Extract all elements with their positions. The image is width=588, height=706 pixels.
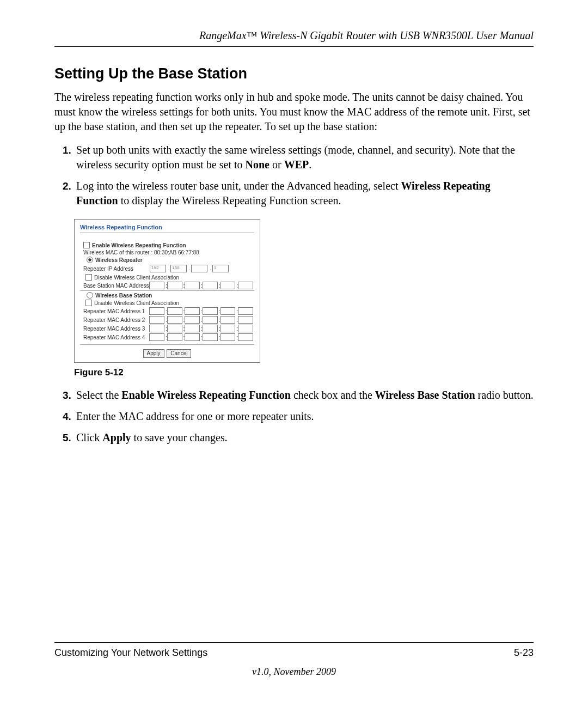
repeater-mac-3-label: Repeater MAC Address 3: [83, 326, 149, 332]
disable-assoc-label-2: Disable Wireless Client Association: [94, 300, 254, 306]
step-3-d: radio button.: [475, 389, 534, 401]
step-5-b: Apply: [102, 431, 131, 443]
step-5-a: Click: [76, 431, 102, 443]
ip-octet-2[interactable]: 168: [170, 265, 187, 272]
mac-box[interactable]: [220, 325, 236, 332]
repeater-mac-1-label: Repeater MAC Address 1: [83, 308, 149, 314]
figure-caption: Figure 5-12: [74, 367, 534, 378]
panel-title: Wireless Repeating Function: [80, 224, 254, 233]
mac-box[interactable]: [203, 333, 218, 341]
wireless-base-station-label: Wireless Base Station: [95, 293, 254, 299]
mac-box[interactable]: [238, 307, 253, 315]
mac-box[interactable]: [203, 282, 218, 289]
mac-box[interactable]: [238, 325, 253, 332]
mac-box[interactable]: [149, 316, 164, 324]
mac-box[interactable]: [149, 333, 164, 341]
mac-box[interactable]: [149, 282, 164, 289]
router-mac-info: Wireless MAC of this router : 00:30:AB 6…: [83, 249, 254, 255]
base-mac-label: Base Station MAC Address: [83, 283, 149, 289]
mac-box[interactable]: [167, 316, 182, 324]
intro-paragraph: The wireless repeating function works on…: [54, 90, 534, 134]
mac-box[interactable]: [220, 307, 236, 315]
step-1-end: .: [309, 159, 311, 171]
cancel-button[interactable]: Cancel: [167, 349, 191, 358]
step-5-c: to save your changes.: [131, 431, 228, 443]
mac-box[interactable]: [203, 307, 218, 315]
step-2-end: to display the Wireless Repeating Functi…: [118, 194, 341, 206]
mac-box[interactable]: [185, 333, 200, 341]
disable-assoc-checkbox-1[interactable]: [85, 274, 92, 281]
step-3-b2: Wireless Base Station: [375, 389, 475, 401]
step-1-bold-none: None: [246, 159, 270, 171]
ip-octet-3[interactable]: [191, 265, 207, 272]
mac-box[interactable]: [238, 316, 253, 324]
step-3-b1: Enable Wireless Repeating Function: [121, 389, 291, 401]
step-5: Click Apply to save your changes.: [74, 430, 534, 445]
mac-box[interactable]: [203, 325, 218, 332]
step-3-a: Select the: [76, 389, 121, 401]
disable-assoc-checkbox-2[interactable]: [85, 300, 92, 306]
wireless-base-station-radio[interactable]: [87, 292, 93, 299]
repeater-mac-2-label: Repeater MAC Address 2: [83, 317, 149, 323]
doc-header: RangeMax™ Wireless-N Gigabit Router with…: [54, 26, 534, 47]
mac-box[interactable]: [238, 333, 253, 341]
enable-repeating-checkbox[interactable]: [83, 242, 90, 248]
apply-button[interactable]: Apply: [143, 349, 164, 358]
mac-box[interactable]: [185, 307, 200, 315]
section-title: Setting Up the Base Station: [54, 65, 534, 82]
mac-box[interactable]: [167, 282, 182, 289]
wireless-repeater-radio[interactable]: [87, 257, 93, 263]
mac-box[interactable]: [167, 325, 182, 332]
footer-left: Customizing Your Network Settings: [54, 647, 207, 659]
repeater-mac-4-label: Repeater MAC Address 4: [83, 334, 149, 340]
steps-list: Set up both units with exactly the same …: [54, 143, 534, 208]
disable-assoc-label-1: Disable Wireless Client Association: [94, 275, 254, 281]
mac-box[interactable]: [185, 282, 200, 289]
step-4: Enter the MAC address for one or more re…: [74, 409, 534, 424]
step-3-c: check box and the: [291, 389, 375, 401]
repeater-ip-label: Repeater IP Address: [83, 266, 150, 272]
step-2-text: Log into the wireless router base unit, …: [76, 180, 401, 192]
mac-box[interactable]: [185, 325, 200, 332]
footer-version: v1.0, November 2009: [54, 666, 534, 678]
mac-box[interactable]: [238, 282, 253, 289]
mac-box[interactable]: [220, 316, 236, 324]
step-1-bold-wep: WEP: [284, 159, 309, 171]
mac-box[interactable]: [203, 316, 218, 324]
figure-5-12: Wireless Repeating Function Enable Wirel…: [74, 219, 534, 363]
mac-box[interactable]: [167, 307, 182, 315]
step-1: Set up both units with exactly the same …: [74, 143, 534, 172]
mac-box[interactable]: [149, 325, 164, 332]
mac-box[interactable]: [167, 333, 182, 341]
step-2: Log into the wireless router base unit, …: [74, 179, 534, 208]
ip-octet-1[interactable]: 192: [150, 265, 166, 272]
ip-octet-4[interactable]: 1: [212, 265, 229, 272]
step-1-or: or: [270, 159, 284, 171]
enable-repeating-label: Enable Wireless Repeating Function: [92, 242, 254, 248]
wireless-repeater-label: Wireless Repeater: [95, 257, 254, 263]
mac-box[interactable]: [149, 307, 164, 315]
mac-box[interactable]: [185, 316, 200, 324]
mac-box[interactable]: [220, 333, 236, 341]
footer-page-number: 5-23: [514, 647, 534, 659]
step-3: Select the Enable Wireless Repeating Fun…: [74, 388, 534, 403]
page-footer: Customizing Your Network Settings 5-23 v…: [54, 642, 534, 678]
steps-list-continued: Select the Enable Wireless Repeating Fun…: [54, 388, 534, 445]
wireless-repeating-panel: Wireless Repeating Function Enable Wirel…: [74, 219, 260, 363]
mac-box[interactable]: [220, 282, 236, 289]
